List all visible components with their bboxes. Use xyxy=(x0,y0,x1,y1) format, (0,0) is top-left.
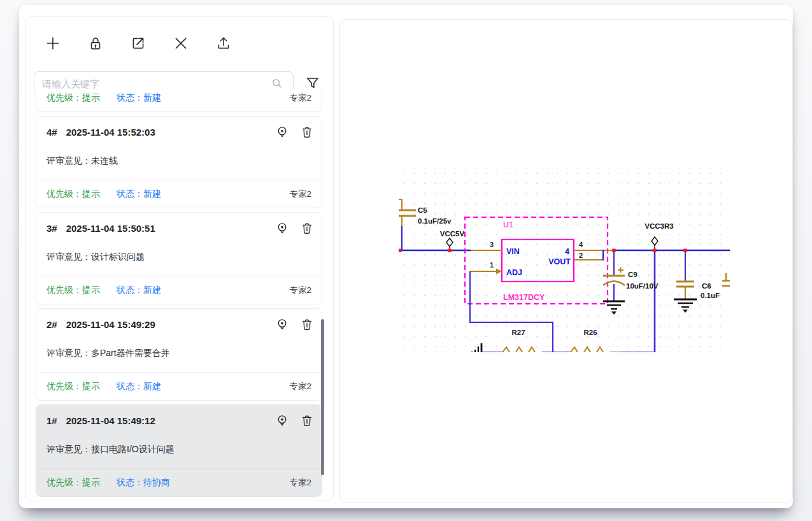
priority-field: 优先级：提示 xyxy=(46,477,100,489)
priority-field: 优先级：提示 xyxy=(46,381,100,392)
review-item-partial[interactable]: 优先级：提示 状态：新建 专家2 xyxy=(36,89,322,112)
export-button[interactable] xyxy=(215,34,232,52)
status-field: 状态：新建 xyxy=(117,92,161,104)
close-icon xyxy=(173,35,189,52)
pin3-number: 3 xyxy=(490,241,494,248)
delete-button[interactable] xyxy=(300,221,314,235)
locate-button[interactable] xyxy=(275,317,289,331)
item-comment: 评审意见：设计标识问题 xyxy=(46,252,145,263)
pin-adj-label: ADJ xyxy=(506,268,522,277)
c6-value-label: 0.1uF xyxy=(701,292,720,299)
author-label: 专家2 xyxy=(289,285,311,296)
review-list: 优先级：提示 状态：新建 专家2 4# 2025-11-04 15:52:03 xyxy=(36,89,322,501)
lock-icon xyxy=(87,35,104,52)
plus-icon xyxy=(45,35,61,52)
pin1-arrow xyxy=(496,269,502,275)
item-timestamp: 2025-11-04 15:49:29 xyxy=(66,319,155,330)
open-external-button[interactable] xyxy=(129,34,146,52)
c9-refdes-label: C9 xyxy=(628,271,637,278)
c9-value-label: 10uF/10V xyxy=(626,282,659,290)
c6-capacitor-symbol xyxy=(676,282,694,287)
c5-refdes-label: C5 xyxy=(418,206,427,214)
pin1-number: 1 xyxy=(490,261,494,269)
c6-refdes-label: C6 xyxy=(702,282,711,290)
pin2-number: 2 xyxy=(579,252,583,259)
pin-vout-label: VOUT xyxy=(548,257,571,266)
vcc3r3-power-symbol xyxy=(652,237,658,245)
trash-icon xyxy=(300,317,314,331)
vcc5v-net-label: VCC5V xyxy=(440,230,465,238)
pin4-inner-number: 4 xyxy=(565,247,569,256)
delete-button[interactable] xyxy=(300,125,314,139)
gnd-tip-c9 xyxy=(611,311,616,315)
r26-refdes-label: R26 xyxy=(583,329,597,336)
review-comments-window: 优先级：提示 状态：新建 专家2 4# 2025-11-04 15:52:03 xyxy=(19,5,793,508)
location-icon xyxy=(275,125,289,139)
review-item-selected[interactable]: 1# 2025-11-04 15:49:12 xyxy=(36,404,322,497)
item-footer: 优先级：提示 状态：待协商 专家2 xyxy=(36,468,322,496)
wire-adj-feedback xyxy=(470,271,553,352)
clipped-capacitor-symbol xyxy=(722,273,730,286)
review-list-panel: 优先级：提示 状态：新建 专家2 4# 2025-11-04 15:52:03 xyxy=(25,16,334,501)
delete-button[interactable] xyxy=(300,413,314,427)
r27-resistor-symbol xyxy=(502,347,542,352)
status-field: 状态：新建 xyxy=(117,285,161,296)
list-scrollbar[interactable] xyxy=(321,319,324,475)
review-item[interactable]: 3# 2025-11-04 15:50:51 xyxy=(36,212,322,304)
author-label: 专家2 xyxy=(289,477,311,489)
item-header: 4# 2025-11-04 15:52:03 xyxy=(46,125,314,139)
delete-button[interactable] xyxy=(300,317,314,331)
status-field: 状态：待协商 xyxy=(117,477,170,489)
u1-partnumber-label: LM317DCY xyxy=(503,293,545,302)
trash-icon xyxy=(300,413,314,427)
priority-field: 优先级：提示 xyxy=(46,189,100,200)
review-item[interactable]: 4# 2025-11-04 15:52:03 xyxy=(36,116,322,208)
c5-value-label: 0.1uF/25v xyxy=(418,217,452,225)
location-icon xyxy=(275,317,289,331)
item-comment: 评审意见：未连线 xyxy=(46,155,118,167)
priority-field: 优先级：提示 xyxy=(46,285,100,296)
author-label: 专家2 xyxy=(289,189,311,200)
add-comment-button[interactable] xyxy=(44,34,61,52)
schematic-canvas[interactable]: C5 0.1uF/25v VCC5V U1 LM317DCY VIN 4 VOU… xyxy=(399,168,730,352)
item-header: 3# 2025-11-04 15:50:51 xyxy=(46,221,314,235)
pin-vin-label: VIN xyxy=(506,247,520,256)
status-field: 状态：新建 xyxy=(117,381,161,392)
item-header: 2# 2025-11-04 15:49:29 xyxy=(46,317,314,331)
gnd-symbol-left xyxy=(471,343,481,352)
upload-icon xyxy=(215,35,232,52)
item-footer: 优先级：提示 状态：新建 专家2 xyxy=(36,276,322,304)
locate-button[interactable] xyxy=(275,221,289,235)
c5-stem-top xyxy=(399,199,402,210)
gnd-tip-c6 xyxy=(683,310,688,313)
gnd-symbol-c6 xyxy=(674,299,697,307)
vcc3r3-net-label: VCC3R3 xyxy=(645,222,673,230)
pin4-number: 4 xyxy=(579,241,583,248)
review-item[interactable]: 2# 2025-11-04 15:49:29 xyxy=(36,308,322,401)
item-timestamp: 2025-11-04 15:50:51 xyxy=(66,223,155,234)
item-comment: 评审意见：多Part器件需要合并 xyxy=(46,348,170,359)
r27-refdes-label: R27 xyxy=(511,329,525,336)
item-footer: 优先级：提示 状态：新建 专家2 xyxy=(36,84,322,111)
item-id: 1# xyxy=(46,415,57,426)
item-id: 2# xyxy=(46,319,57,330)
item-timestamp: 2025-11-04 15:52:03 xyxy=(66,127,155,138)
status-field: 状态：新建 xyxy=(117,189,161,200)
locate-button[interactable] xyxy=(275,125,289,139)
u1-refdes-label: U1 xyxy=(503,220,513,229)
item-header: 1# 2025-11-04 15:49:12 xyxy=(46,413,314,427)
vcc5v-power-symbol xyxy=(446,238,453,246)
lock-button[interactable] xyxy=(87,34,104,52)
trash-icon xyxy=(300,125,314,139)
schematic-panel[interactable]: C5 0.1uF/25v VCC5V U1 LM317DCY VIN 4 VOU… xyxy=(339,19,793,503)
c5-capacitor-symbol xyxy=(399,210,416,216)
item-id: 4# xyxy=(46,127,57,138)
close-button[interactable] xyxy=(172,34,189,52)
locate-button[interactable] xyxy=(275,413,289,427)
author-label: 专家2 xyxy=(289,381,311,392)
author-label: 专家2 xyxy=(289,92,311,104)
r26-resistor-symbol xyxy=(571,347,610,352)
item-footer: 优先级：提示 状态：新建 专家2 xyxy=(36,372,322,400)
location-icon xyxy=(275,221,289,235)
location-icon xyxy=(275,413,289,427)
